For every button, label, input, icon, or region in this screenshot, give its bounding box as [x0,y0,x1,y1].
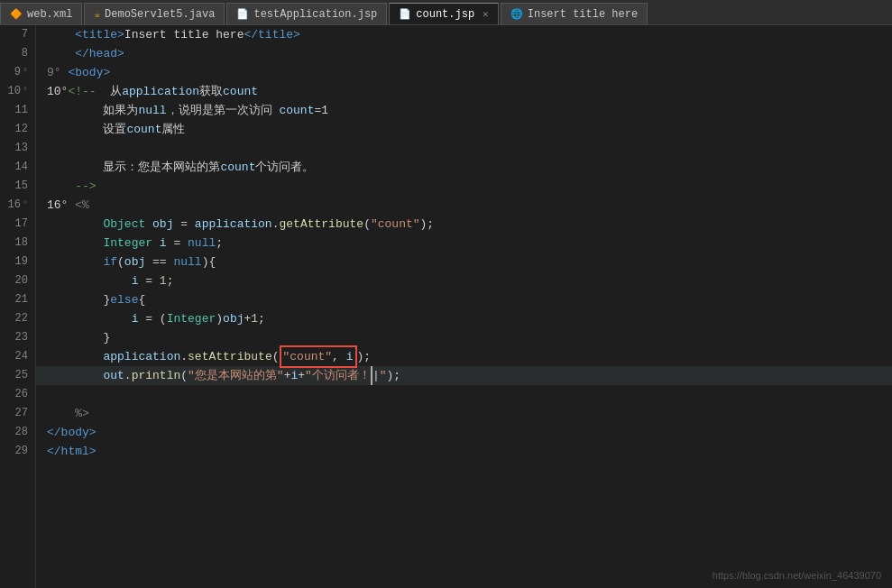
ln-15: 15 [4,177,28,196]
code-line-29: </html> [36,442,892,461]
ln-13: 13 [4,139,28,158]
code-line-7: <title>Insert title here</title> [36,25,892,44]
code-line-23: } [36,328,892,347]
tab-insert-title[interactable]: 🌐 Insert title here [501,3,648,24]
tab-count-jsp[interactable]: 📄 count.jsp ✕ [389,3,498,24]
ln-24: 24 [4,347,28,366]
ln-22: 22 [4,309,28,328]
tab-demo-servlet5[interactable]: ☕ DemoServlet5.java [84,3,225,24]
code-line-15: --> [36,177,892,196]
ln-28: 28 [4,423,28,442]
code-line-24: application.setAttribute("count", i); [36,347,892,366]
ln-19: 19 [4,253,28,271]
code-line-8: </head> [36,44,892,63]
code-line-18: Integer i = null; [36,234,892,253]
code-line-27: %> [36,404,892,423]
code-line-13 [36,139,892,158]
code-line-9: 9° <body> [36,63,892,82]
java-icon: ☕ [94,8,100,20]
code-line-22: i = (Integer)obj+1; [36,309,892,328]
tab-bar: 🔶 web.xml ☕ DemoServlet5.java 📄 testAppl… [0,0,892,25]
code-line-17: Object obj = application.getAttribute("c… [36,215,892,234]
code-line-28: </body> [36,423,892,442]
ln-29: 29 [4,442,28,461]
tab-label-web-xml: web.xml [27,8,72,21]
editor-area: 7 8 9 10 11 12 13 14 15 16 17 18 19 20 2… [0,25,892,588]
tab-label-test-application: testApplication.jsp [253,8,377,21]
line-numbers: 7 8 9 10 11 12 13 14 15 16 17 18 19 20 2… [0,25,36,588]
tab-web-xml[interactable]: 🔶 web.xml [0,3,82,24]
tab-test-application[interactable]: 📄 testApplication.jsp [226,3,387,24]
code-line-20: i = 1; [36,271,892,290]
ln-21: 21 [4,290,28,309]
ln-7: 7 [4,25,28,44]
ln-10: 10 [4,82,28,101]
code-line-16: 16° <% [36,196,892,215]
globe-icon: 🌐 [510,8,523,20]
tab-label-demo-servlet5: DemoServlet5.java [105,8,215,21]
ln-9: 9 [4,63,28,82]
code-line-21: }else{ [36,290,892,309]
tab-label-insert-title: Insert title here [528,8,638,21]
ln-18: 18 [4,234,28,253]
code-line-19: if(obj == null){ [36,253,892,271]
code-line-25: out.println("您是本网站的第"+i+"个访问者！|"); [36,366,892,385]
ln-25: 25 [4,366,28,385]
code-line-11: 如果为null，说明是第一次访问 count=1 [36,101,892,120]
ln-20: 20 [4,271,28,290]
ln-23: 23 [4,328,28,347]
watermark: https://blog.csdn.net/weixin_46439070 [713,570,881,581]
ln-8: 8 [4,44,28,63]
jsp-icon-1: 📄 [236,8,249,20]
ln-27: 27 [4,404,28,423]
ln-17: 17 [4,215,28,234]
code-line-10: 10°<!-- 从application获取count [36,82,892,101]
code-editor[interactable]: <title>Insert title here</title> </head>… [36,25,892,588]
ln-11: 11 [4,101,28,120]
code-line-14: 显示：您是本网站的第count个访问者。 [36,158,892,177]
ln-14: 14 [4,158,28,177]
ln-12: 12 [4,120,28,139]
code-line-12: 设置count属性 [36,120,892,139]
tab-label-count-jsp: count.jsp [416,8,474,21]
code-line-26 [36,385,892,404]
ln-16: 16 [4,196,28,215]
xml-icon: 🔶 [10,8,23,20]
jsp-icon-2: 📄 [399,8,411,20]
ln-26: 26 [4,385,28,404]
tab-close-count-jsp[interactable]: ✕ [483,8,489,20]
